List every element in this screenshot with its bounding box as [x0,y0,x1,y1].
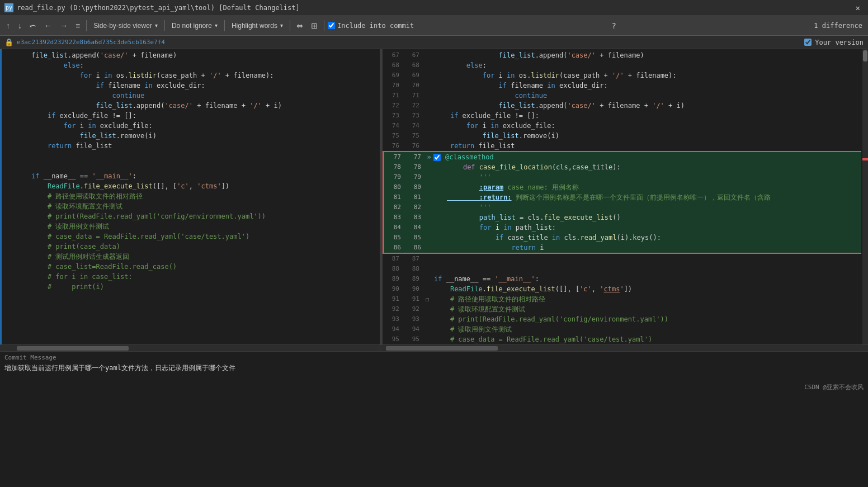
table-row: 69 69 for i in os.listdir(case_path + '/… [383,70,861,81]
title-bar: py read_file.py (D:\python2022\pytest_ap… [0,0,868,16]
table-row: return file_list [0,141,380,151]
diff-line-80: 80 80 :param case_name: 用例名称 [383,182,861,192]
collapse-button[interactable]: ⇔ [294,20,306,32]
diff-line-84: 84 84 for i in path_list: [383,223,861,233]
diff-line-79: 79 79 ''' [383,172,861,182]
title-bar-text: read_file.py (D:\python2022\pytest_api_y… [17,4,300,12]
highlight-dropdown[interactable]: Highlight words [228,20,286,31]
separator-4 [290,20,290,31]
table-row: 92 92 # 读取环境配置文件测试 [383,304,861,314]
up-arrow-button[interactable]: ↑ [3,20,13,32]
diff-line-82: 82 82 ''' [383,202,861,212]
your-version-bar: Your version [804,39,864,46]
table-row: 91 91 □ # 路径使用读取文件的相对路径 [383,294,861,304]
diff-line-86: 86 86 return i [383,243,861,254]
table-row: # print(i) [0,282,380,292]
settings-button[interactable]: ⊞ [308,20,320,32]
ignore-dropdown[interactable]: Do not ignore [168,20,221,31]
h-scrollbar-row [0,344,868,351]
table-row: 75 75 file_list.remove(i) [383,131,861,141]
table-row: # 读取环境配置文件测试 [0,201,380,211]
left-edge-marker [0,49,2,344]
left-h-scrollbar-thumb [17,346,129,351]
table-row: 68 68 else: [383,60,861,70]
table-row: 87 87 [383,254,861,264]
commit-message-pane: Commit Message 增加获取当前运行用例属于哪一个yaml文件方法，日… [0,351,868,396]
left-code-area: file_list.append('case/' + filename) els… [0,49,380,344]
right-h-scrollbar-thumb [386,346,498,351]
table-row: 67 67 file_list.append('case/' + filenam… [383,50,861,60]
menu-button[interactable]: ≡ [73,20,83,32]
diff-line-83: 83 83 path_list = cls.file_execute_list(… [383,212,861,223]
table-row: for i in os.listdir(case_path + '/' + fi… [0,70,380,81]
table-row: file_list.append('case/' + filename + '/… [0,101,380,111]
diff-line-85: 85 85 if case_title in cls.read_yaml(i).… [383,233,861,243]
help-button[interactable]: ? [607,20,621,32]
table-row: ReadFile.file_execute_list([], ['c', 'ct… [0,181,380,191]
table-row: 74 74 for i in exclude_file: [383,121,861,131]
diff-line-78: 78 78 def case_file_location(cls,case_ti… [383,162,861,172]
table-row: file_list.remove(i) [0,131,380,141]
separator-3 [224,20,225,31]
table-row: 71 71 continue [383,91,861,101]
your-version-checkbox[interactable] [804,39,812,46]
table-row: # 路径使用读取文件的相对路径 [0,191,380,201]
viewer-dropdown[interactable]: Side-by-side viewer [90,20,161,31]
diff-line-77: 77 77 » @classmethod [383,151,861,162]
right-pane: 67 67 file_list.append('case/' + filenam… [383,49,868,344]
right-scrollbar[interactable] [862,49,868,344]
table-row: continue [0,91,380,101]
table-row: else: [0,60,380,70]
right-scrollbar-thumb [863,50,867,62]
include-commit-checkbox[interactable]: Include into commit [328,22,414,30]
table-row [0,151,380,161]
your-version-label: Your version [815,39,864,46]
left-h-scrollbar[interactable] [0,345,380,351]
table-row: 93 93 # print(ReadFile.read_yaml('config… [383,314,861,324]
forward-button[interactable]: → [57,20,70,32]
table-row: if __name__ == '__main__': [0,171,380,181]
table-row: 90 90 ReadFile.file_execute_list([], ['c… [383,284,861,294]
table-row: file_list.append('case/' + filename) [0,50,380,60]
line-77-checkbox[interactable] [433,154,441,161]
pane-container: file_list.append('case/' + filename) els… [0,49,868,344]
separator-2 [164,20,165,31]
diff-marker-scrollbar [862,158,868,160]
table-row: if filename in exclude_dir: [0,81,380,91]
commit-label: Commit Message [4,354,864,361]
watermark: CSDN @亚索不会吹风 [804,383,864,391]
down-arrow-button[interactable]: ↓ [15,20,25,32]
table-row: 94 94 # 读取用例文件测试 [383,324,861,334]
lock-icon: 🔒 [4,38,13,46]
table-row: # case_data = ReadFile.read_yaml('case/t… [0,231,380,242]
back-button[interactable]: ← [41,20,55,32]
table-row: 88 88 [383,264,861,274]
hash-text: e3ac21392d232922e8b6a6d735c3de5cb163e7f4 [17,39,165,46]
close-button[interactable]: ✕ [852,2,864,13]
commit-text: 增加获取当前运行用例属于哪一个yaml文件方法，日志记录用例属于哪个文件 [4,363,864,373]
undo-button[interactable]: ⤺ [27,20,39,32]
table-row: # print(case_data) [0,242,380,252]
separator-1 [86,20,87,31]
include-commit-label: Include into commit [337,22,414,30]
table-row: 72 72 file_list.append('case/' + filenam… [383,101,861,111]
diff-count: 1 difference [814,22,865,30]
table-row: 76 76 return file_list [383,141,861,151]
file-icon: py [4,3,13,12]
table-row: 73 73 if exclude_file != []: [383,111,861,121]
table-row: if exclude_file != []: [0,111,380,121]
toolbar: ↑ ↓ ⤺ ← → ≡ Side-by-side viewer Do not i… [0,16,868,36]
separator-5 [324,20,324,31]
diff-line-81: 81 81 :return: 判断这个用例名称是不是在哪一个文件里面（前提用例名… [383,192,861,202]
include-commit-input[interactable] [328,22,335,29]
table-row: 89 89 if __name__ == '__main__': [383,274,861,284]
table-row: # print(ReadFile.read_yaml('config/envir… [0,211,380,221]
table-row: 70 70 if filename in exclude_dir: [383,81,861,91]
table-row: # 读取用例文件测试 [0,221,380,231]
table-row: # for i in case_list: [0,272,380,282]
left-pane: file_list.append('case/' + filename) els… [0,49,380,344]
right-h-scrollbar[interactable] [380,345,868,351]
table-row: 95 95 # case_data = ReadFile.read_yaml('… [383,334,861,344]
right-code-area: 67 67 file_list.append('case/' + filenam… [383,49,868,344]
table-row: # case_list=ReadFile.read_case() [0,262,380,272]
